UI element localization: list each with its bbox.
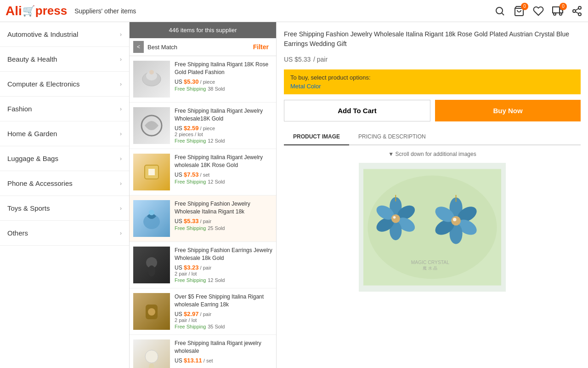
product-title: Free Shipping Italina Rigant jewelry who… [175,339,272,355]
svg-point-24 [145,350,158,363]
shipping-label: Free Shipping [175,86,206,92]
svg-point-5 [554,13,556,15]
product-unit: / pair [199,218,212,224]
product-thumbnail [133,293,170,330]
svg-line-11 [576,8,579,10]
tab-pricing-description[interactable]: PRICING & DESCRIPTION [349,129,435,145]
metal-color-link[interactable]: Metal Color [290,83,321,90]
svg-point-23 [148,308,155,316]
product-info: Free Shipping Italina Rigant Jewelry Who… [175,107,272,144]
add-to-cart-button[interactable]: Add To Cart [284,100,430,121]
tab-product-image[interactable]: PRODUCT IMAGE [284,129,349,145]
items-count: 446 items for this supplier [169,27,237,34]
search-button[interactable] [494,6,505,17]
product-info: Free Shipping Italina Rigant jewelry who… [175,339,272,368]
logo-express: press [35,4,67,18]
shipping-label: Free Shipping [175,277,206,283]
svg-point-21 [148,265,155,276]
toolbar: < Best Match Filter [130,38,276,56]
product-title: Free Shipping Italina Rigant Jewelry who… [175,154,272,169]
svg-point-25 [149,363,154,368]
chevron-icon: › [120,180,122,187]
sidebar-item-label: Luggage & Bags [7,155,58,162]
items-count-bar: 446 items for this supplier [130,22,276,38]
logo-ali: Ali [6,4,22,18]
share-button[interactable] [571,6,582,17]
action-buttons: Add To Cart Buy Now [284,100,581,121]
scroll-hint: ▼ Scroll down for additional images [284,151,581,157]
product-unit: / pair [199,265,212,270]
price-currency: US [175,357,184,364]
shipping-label: Free Shipping [175,324,206,329]
list-item[interactable]: Free Shipping Italina Rigant 18K Rose Go… [130,56,276,103]
price-value: US $5.33 [284,56,311,63]
shipping-label: Free Shipping [175,138,206,144]
chevron-icon: › [120,131,122,137]
product-info: Free Shipping Italina Rigant Jewelry who… [175,154,272,190]
svg-point-14 [149,70,154,75]
product-unit: / piece [199,79,215,85]
product-detail-price: US $5.33 / pair [284,53,581,64]
sidebar-item-fashion[interactable]: Fashion › [0,97,129,121]
price-unit: / pair [313,56,328,63]
sidebar-item-beauty[interactable]: Beauty & Health › [0,47,129,72]
lot-info: 2 pair / lot [175,271,272,276]
svg-rect-3 [553,7,560,13]
chevron-icon: › [120,230,122,236]
product-info: Free Shipping Italina Rigant 18K Rose Go… [175,61,272,98]
sidebar-item-home[interactable]: Home & Garden › [0,121,129,146]
chevron-icon: › [120,106,122,112]
buy-now-button[interactable]: Buy Now [435,100,581,121]
shipping-label: Free Shipping [175,179,206,184]
product-thumbnail [133,247,170,283]
right-panel: Free Shipping Fashion Jewelry Wholesale … [277,22,588,368]
list-item[interactable]: Over $5 Free Shipping Italina Rigant who… [130,288,276,335]
svg-point-8 [573,10,576,12]
product-price: $3.23 [184,264,199,271]
list-item[interactable]: Free Shipping Italina Rigant jewelry who… [130,335,276,368]
product-thumbnail [133,154,170,190]
list-item[interactable]: Free Shipping Fashion Earrings Jewelry W… [130,242,276,288]
list-item[interactable]: Free Shipping Italina Rigant Jewelry Who… [130,103,276,149]
product-price: $5.30 [184,78,199,85]
sidebar-item-toys[interactable]: Toys & Sports › [0,196,129,221]
sidebar-item-computer[interactable]: Computer & Electronics › [0,72,129,97]
product-detail-title: Free Shipping Fashion Jewelry Wholesale … [284,29,581,49]
product-title: Over $5 Free Shipping Italina Rigant who… [175,293,272,309]
sidebar-item-others[interactable]: Others › [0,221,129,246]
center-panel: 446 items for this supplier < Best Match… [130,22,277,368]
svg-point-19 [149,210,154,215]
price-currency: US [175,311,184,317]
sidebar-item-label: Automotive & Industrial [7,30,78,38]
sidebar-item-label: Computer & Electronics [7,80,80,88]
product-earring-image: MAGIC CRYSTAL 魔 水 晶 [363,167,501,287]
svg-line-10 [576,12,579,13]
product-unit: / set [202,358,213,363]
list-item[interactable]: Free Shipping Fashion Jewelry Wholesale … [130,196,276,242]
product-tabs: PRODUCT IMAGE PRICING & DESCRIPTION [284,129,581,145]
sidebar-item-luggage[interactable]: Luggage & Bags › [0,146,129,171]
header-icons: 0 0 [494,6,582,17]
product-unit: / set [199,172,210,178]
product-price: $13.11 [184,357,202,364]
product-info: Free Shipping Fashion Jewelry Wholesale … [175,200,272,237]
wishlist-button[interactable] [533,6,544,17]
suppliers-text: Suppliers' other items [74,7,136,15]
chevron-icon: › [120,31,122,38]
logo-cart-icon: 🛒 [23,5,35,17]
bag-button[interactable]: 0 [552,6,563,17]
lot-info: 2 pair / lot [175,317,272,323]
svg-text:MAGIC CRYSTAL: MAGIC CRYSTAL [411,260,449,265]
cart-badge: 0 [521,3,528,10]
chevron-icon: › [120,81,122,87]
sold-count: 12 Sold [208,138,225,144]
svg-point-9 [578,13,581,16]
cart-button[interactable]: 0 [514,6,525,17]
collapse-button[interactable]: < [133,41,144,53]
sidebar-item-phone[interactable]: Phone & Accessories › [0,171,129,196]
filter-button[interactable]: Filter [249,41,272,52]
sidebar-item-label: Fashion [7,105,32,113]
svg-rect-17 [148,169,155,175]
list-item[interactable]: Free Shipping Italina Rigant Jewelry who… [130,149,276,196]
sidebar-item-automotive[interactable]: Automotive & Industrial › [0,22,129,47]
